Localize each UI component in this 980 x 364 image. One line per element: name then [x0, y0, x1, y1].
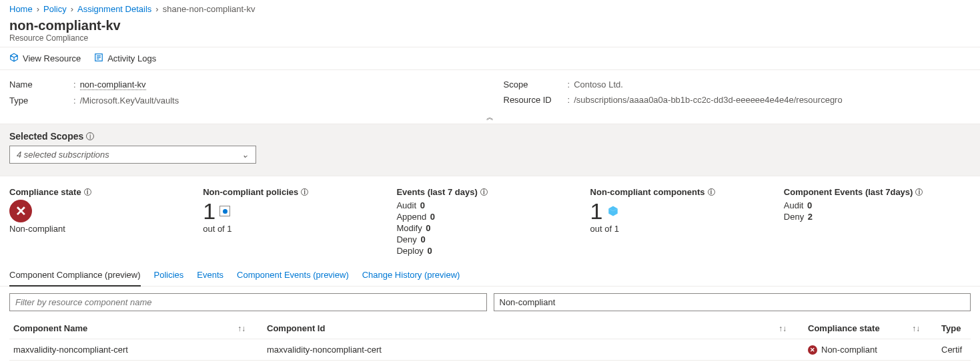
- td-id: maxvalidity-noncompliant-cert: [263, 339, 804, 360]
- sort-icon: ↑↓: [237, 324, 259, 333]
- breadcrumb-assignment-details[interactable]: Assignment Details: [77, 4, 151, 14]
- chevron-right-icon: ›: [155, 4, 158, 14]
- table-header: Component Name↑↓ Component Id↑↓ Complian…: [9, 318, 971, 339]
- tab-change-history[interactable]: Change History (preview): [362, 266, 460, 286]
- sort-icon: ↑↓: [779, 324, 800, 333]
- prop-resource-id: Resource ID: /subscriptions/aaaa0a0a-bb1…: [504, 92, 971, 108]
- td-state: ✕Non-compliant: [804, 339, 937, 360]
- th-component-name[interactable]: Component Name↑↓: [9, 318, 263, 339]
- error-icon: ✕: [808, 345, 817, 355]
- tabs: Component Compliance (preview) Policies …: [0, 263, 980, 287]
- info-icon[interactable]: i: [84, 188, 91, 196]
- stats-row: Compliance statei ✕ Non-compliant Non-co…: [0, 176, 980, 263]
- prop-type: Type: /Microsoft.KeyVault/vaults: [9, 93, 477, 108]
- prop-resource-id-value: /subscriptions/aaaa0a0a-bb1b-cc2c-dd3d-e…: [574, 95, 843, 105]
- td-name: maxvalidity-noncompliant-cert: [9, 339, 263, 360]
- scope-dropdown[interactable]: 4 selected subscriptions ⌄: [9, 146, 256, 164]
- log-icon: [94, 53, 103, 64]
- th-compliance-state[interactable]: Compliance state↑↓: [804, 318, 937, 339]
- properties-panel: Name: non-compliant-kv Type: /Microsoft.…: [0, 70, 980, 112]
- scope-label: Selected Scopes i: [9, 131, 971, 142]
- stat-compliance-state: Compliance statei ✕ Non-compliant: [9, 187, 196, 256]
- prop-name-value[interactable]: non-compliant-kv: [80, 79, 146, 90]
- error-icon: ✕: [9, 200, 32, 222]
- breadcrumb: Home › Policy › Assignment Details › sha…: [0, 0, 980, 17]
- breadcrumb-current: shane-non-compliant-kv: [163, 4, 256, 14]
- th-component-id[interactable]: Component Id↑↓: [263, 318, 804, 339]
- breadcrumb-home[interactable]: Home: [9, 4, 33, 14]
- breadcrumb-policy[interactable]: Policy: [43, 4, 67, 14]
- stat-noncompliant-policies: Non-compliant policiesi 1 out of 1: [203, 187, 390, 256]
- th-type[interactable]: Type: [937, 318, 971, 339]
- chevron-down-icon: ⌄: [241, 150, 249, 160]
- tab-events[interactable]: Events: [197, 266, 223, 286]
- tab-component-events[interactable]: Component Events (preview): [237, 266, 349, 286]
- tab-policies[interactable]: Policies: [154, 266, 184, 286]
- view-resource-button[interactable]: View Resource: [9, 53, 81, 64]
- prop-name: Name: non-compliant-kv: [9, 77, 477, 93]
- title-block: non-compliant-kv Resource Compliance: [0, 17, 980, 47]
- info-icon[interactable]: i: [301, 188, 308, 196]
- page-title: non-compliant-kv: [9, 18, 971, 33]
- cube-icon: [9, 53, 19, 64]
- info-icon[interactable]: i: [86, 132, 94, 140]
- activity-logs-label: Activity Logs: [107, 53, 156, 63]
- td-type: Certif: [937, 339, 971, 360]
- chevron-right-icon: ›: [37, 4, 39, 14]
- stat-component-events: Component Events (last 7days)i Audit 0 D…: [784, 187, 971, 256]
- view-resource-label: View Resource: [23, 53, 81, 63]
- collapse-toggle[interactable]: ︽: [0, 112, 980, 124]
- policy-icon: [219, 206, 230, 216]
- stat-noncompliant-components: Non-compliant componentsi 1 out of 1: [590, 187, 777, 256]
- prop-scope-value: Contoso Ltd.: [574, 79, 623, 89]
- chevron-right-icon: ›: [71, 4, 73, 14]
- sort-icon: ↑↓: [912, 324, 933, 333]
- info-icon[interactable]: i: [915, 188, 923, 196]
- info-icon[interactable]: i: [708, 188, 715, 196]
- scope-panel: Selected Scopes i 4 selected subscriptio…: [0, 124, 980, 176]
- components-table: Component Name↑↓ Component Id↑↓ Complian…: [0, 318, 980, 361]
- filter-state-select[interactable]: Non-compliant: [494, 293, 971, 311]
- stat-events: Events (last 7 days)i Audit 0 Append 0 M…: [396, 187, 583, 256]
- filter-name-input[interactable]: [9, 293, 487, 311]
- toolbar: View Resource Activity Logs: [0, 47, 980, 70]
- filters-row: Non-compliant: [0, 287, 980, 318]
- table-row[interactable]: maxvalidity-noncompliant-cert maxvalidit…: [9, 339, 971, 361]
- page-subtitle: Resource Compliance: [9, 33, 971, 43]
- tab-component-compliance[interactable]: Component Compliance (preview): [9, 266, 141, 287]
- activity-logs-button[interactable]: Activity Logs: [94, 53, 156, 64]
- prop-scope: Scope: Contoso Ltd.: [504, 77, 971, 92]
- prop-type-value: /Microsoft.KeyVault/vaults: [80, 96, 179, 106]
- info-icon[interactable]: i: [480, 188, 488, 196]
- cube-icon: [607, 205, 619, 217]
